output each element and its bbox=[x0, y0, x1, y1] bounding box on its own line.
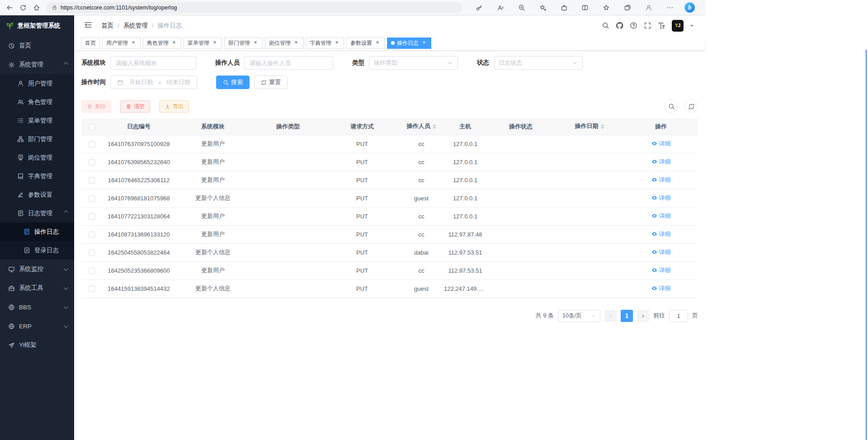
export-button[interactable]: 导出 bbox=[159, 100, 189, 113]
profile-button[interactable] bbox=[642, 2, 656, 14]
sidebar-item-role-mgmt[interactable]: 角色管理 bbox=[0, 93, 74, 111]
user-avatar[interactable]: YJ bbox=[672, 20, 684, 32]
tab-param-settings[interactable]: 参数设置× bbox=[346, 38, 385, 49]
sidebar-item-yi-framework[interactable]: Yi框架 bbox=[0, 336, 74, 355]
goto-page-input[interactable] bbox=[669, 310, 688, 322]
avatar-dropdown-caret-icon[interactable] bbox=[690, 25, 693, 28]
favorites-bar-button[interactable] bbox=[599, 2, 613, 14]
tab-dict-mgmt[interactable]: 字典管理× bbox=[306, 38, 344, 49]
detail-label: 详细 bbox=[659, 266, 671, 274]
row-checkbox[interactable] bbox=[89, 195, 95, 202]
detail-link[interactable]: 详细 bbox=[651, 248, 671, 256]
operator-filter-input[interactable] bbox=[244, 56, 333, 70]
more-button[interactable] bbox=[663, 2, 677, 14]
row-checkbox[interactable] bbox=[89, 232, 95, 238]
module-filter-input[interactable] bbox=[110, 56, 196, 70]
prev-page-button[interactable]: ‹ bbox=[604, 310, 617, 322]
bing-copilot-icon[interactable]: b bbox=[684, 2, 695, 13]
sidebar-item-system-monitor[interactable]: 系统监控 bbox=[0, 260, 74, 279]
read-aloud-button[interactable] bbox=[494, 2, 507, 14]
tab-label: 字典管理 bbox=[310, 39, 331, 47]
row-checkbox[interactable] bbox=[89, 141, 95, 147]
detail-link[interactable]: 详细 bbox=[651, 284, 671, 293]
tab-close-icon[interactable]: × bbox=[252, 40, 259, 46]
sidebar-item-system-mgmt[interactable]: 系统管理 bbox=[0, 55, 74, 74]
reset-button[interactable]: 重置 bbox=[254, 76, 288, 89]
tab-close-icon[interactable]: × bbox=[421, 40, 427, 46]
tab-user-mgmt[interactable]: 用户管理× bbox=[102, 38, 141, 49]
tab-close-icon[interactable]: × bbox=[293, 40, 299, 46]
tab-close-icon[interactable]: × bbox=[334, 40, 340, 46]
split-screen-button[interactable] bbox=[578, 2, 592, 14]
detail-link[interactable]: 详细 bbox=[651, 176, 671, 184]
key-button[interactable] bbox=[472, 2, 486, 14]
sidebar-item-oper-log[interactable]: 操作日志 bbox=[0, 222, 74, 241]
sidebar-item-system-tools[interactable]: 系统工具 bbox=[0, 279, 74, 298]
font-size-icon[interactable] bbox=[658, 22, 665, 29]
detail-link[interactable]: 详细 bbox=[651, 266, 671, 274]
sidebar-item-menu-mgmt[interactable]: 菜单管理 bbox=[0, 111, 74, 130]
github-icon[interactable] bbox=[616, 22, 623, 29]
tab-close-icon[interactable]: × bbox=[130, 40, 137, 46]
clear-button[interactable]: 清空 bbox=[120, 100, 150, 113]
sidebar-item-dict-mgmt[interactable]: 字典管理 bbox=[0, 167, 74, 185]
tab-role-mgmt[interactable]: 角色管理× bbox=[143, 38, 181, 49]
collections-button[interactable] bbox=[621, 2, 634, 14]
page-1-button[interactable]: 1 bbox=[621, 310, 633, 322]
tab-menu-mgmt[interactable]: 菜单管理× bbox=[184, 38, 222, 49]
tab-oper-log[interactable]: 操作日志× bbox=[387, 38, 431, 49]
select-all-checkbox[interactable] bbox=[89, 124, 95, 130]
detail-link[interactable]: 详细 bbox=[651, 230, 671, 238]
search-button[interactable]: 搜索 bbox=[216, 76, 250, 89]
sidebar-item-login-log[interactable]: 登录日志 bbox=[0, 241, 74, 260]
sidebar-toggle-button[interactable] bbox=[82, 19, 94, 32]
row-checkbox[interactable] bbox=[89, 250, 95, 256]
tab-post-mgmt[interactable]: 岗位管理× bbox=[265, 38, 303, 49]
row-checkbox[interactable] bbox=[89, 213, 95, 220]
sidebar-item-home[interactable]: 首页 bbox=[0, 36, 74, 55]
status-filter-select[interactable]: 日志状态 bbox=[494, 56, 583, 70]
back-button[interactable] bbox=[3, 2, 16, 14]
sidebar-item-bbs[interactable]: BBS bbox=[0, 298, 74, 317]
next-page-button[interactable]: › bbox=[637, 310, 649, 322]
tab-dept-mgmt[interactable]: 部门管理× bbox=[224, 38, 263, 49]
row-checkbox[interactable] bbox=[89, 268, 95, 274]
sidebar-item-post-mgmt[interactable]: 岗位管理 bbox=[0, 148, 74, 167]
sidebar-item-user-mgmt[interactable]: 用户管理 bbox=[0, 74, 74, 93]
detail-link[interactable]: 详细 bbox=[651, 140, 671, 148]
sort-icon[interactable] bbox=[601, 123, 604, 131]
sidebar-item-param-settings[interactable]: 参数设置 bbox=[0, 185, 74, 204]
fullscreen-icon[interactable] bbox=[644, 22, 651, 29]
breadcrumb-item[interactable]: 首页 bbox=[101, 22, 113, 30]
tab-close-icon[interactable]: × bbox=[374, 40, 381, 46]
delete-button[interactable]: 删除 bbox=[81, 100, 111, 113]
detail-link[interactable]: 详细 bbox=[651, 194, 671, 202]
sort-icon[interactable] bbox=[433, 123, 436, 131]
type-filter-select[interactable]: 操作类型 bbox=[369, 56, 458, 70]
refresh-table-button[interactable] bbox=[684, 99, 698, 113]
refresh-button[interactable] bbox=[16, 2, 30, 14]
table-row: 1642504558053822464更新个人信息PUTdabai112.97.… bbox=[81, 243, 698, 261]
favorite-add-button[interactable] bbox=[536, 2, 550, 14]
tab-close-icon[interactable]: × bbox=[212, 40, 218, 46]
row-checkbox[interactable] bbox=[89, 177, 95, 184]
url-bar[interactable]: https://ccnetcore.com:1101/system/log/op… bbox=[46, 2, 462, 13]
row-checkbox[interactable] bbox=[89, 159, 95, 166]
tab-home[interactable]: 首页 bbox=[81, 38, 100, 49]
detail-link[interactable]: 详细 bbox=[651, 212, 671, 220]
show-search-button[interactable] bbox=[665, 99, 678, 113]
zoom-out-button[interactable] bbox=[515, 2, 528, 14]
detail-link[interactable]: 详细 bbox=[651, 158, 671, 166]
tab-close-icon[interactable]: × bbox=[171, 40, 177, 46]
home-button[interactable] bbox=[30, 2, 43, 14]
extensions-button[interactable] bbox=[557, 2, 571, 14]
sidebar-item-log-mgmt[interactable]: 日志管理 bbox=[0, 204, 74, 222]
header-search-icon[interactable] bbox=[602, 22, 609, 29]
sidebar-item-erp[interactable]: ERP bbox=[0, 317, 74, 336]
sidebar-item-dept-mgmt[interactable]: 部门管理 bbox=[0, 130, 74, 148]
breadcrumb-item[interactable]: 系统管理 bbox=[123, 22, 148, 30]
date-range-picker[interactable]: 开始日期 - 结束日期 bbox=[110, 76, 197, 89]
page-size-select[interactable]: 10条/页 bbox=[558, 310, 600, 322]
help-icon[interactable] bbox=[630, 22, 637, 29]
row-checkbox[interactable] bbox=[89, 286, 95, 292]
